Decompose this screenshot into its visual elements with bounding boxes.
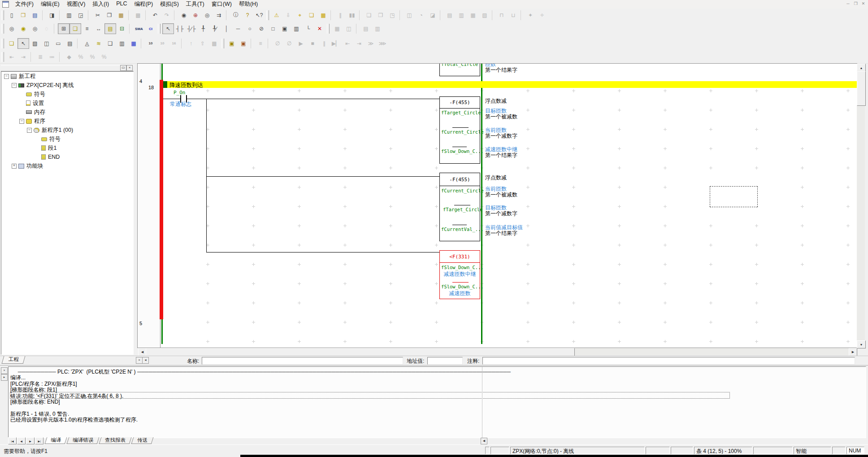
menu-item-program[interactable]: 编程(P) <box>130 0 156 9</box>
restore-button[interactable]: ❒ <box>853 1 859 7</box>
go-to-output-button[interactable]: ▩ <box>208 38 220 49</box>
log-line[interactable]: 编译... <box>10 374 729 380</box>
undo-button[interactable]: ↶ <box>149 10 161 21</box>
collapse-icon[interactable]: − <box>19 119 24 124</box>
io-comment-button[interactable]: ❑ <box>104 38 116 49</box>
view-cross-reference-button[interactable]: ▥ <box>116 38 128 49</box>
step-run-button[interactable]: ▶▏ <box>330 38 342 49</box>
tree-item-project[interactable]: −新工程 <box>1 72 133 81</box>
new-inverted-instruction-button[interactable]: ▣ <box>279 23 291 34</box>
edit-fb-button[interactable]: ≡ <box>255 38 266 49</box>
compile-program-check-button[interactable]: ⚠ <box>271 10 282 21</box>
menu-item-simulation[interactable]: 模拟(S) <box>156 0 182 9</box>
open-project-button[interactable]: ❒ <box>17 10 29 21</box>
indent-right-button[interactable]: ⇥ <box>17 52 29 62</box>
tree-item-section1[interactable]: 段1 <box>1 144 133 152</box>
fb-generate-button[interactable]: ◬ <box>81 38 93 49</box>
new-or-closed-contact-button[interactable]: ╀∕ <box>209 23 221 34</box>
instruction-mnemonic[interactable]: <F(331) <box>440 251 480 263</box>
tab-find-report[interactable]: 查找报表 <box>99 437 132 444</box>
tree-item-settings[interactable]: 设置 <box>1 99 133 108</box>
output-close-button[interactable]: × <box>1 367 8 374</box>
print-button[interactable]: ▥ <box>63 10 75 21</box>
tab-transfer[interactable]: 传送 <box>131 437 154 444</box>
instruction-block-error[interactable]: <F(331) fSlow_Down_C... 减速匝数中继 fSlow_Dow… <box>439 250 480 299</box>
go-to-rung-button[interactable]: ↑ <box>185 38 197 49</box>
indent-left-button[interactable]: ⇤ <box>6 52 17 62</box>
monitor-percent-3-button[interactable]: % <box>98 52 110 62</box>
smart-input-button[interactable]: SMA <box>133 23 145 34</box>
toolbar-handle[interactable] <box>1 10 4 20</box>
new-or-contact-button[interactable]: ╀ <box>197 23 209 34</box>
find-in-project-button[interactable]: ◨ <box>46 10 58 21</box>
statement-list-toggle-button[interactable]: ≡ <box>81 23 93 34</box>
tab-scroll-first-button[interactable]: |◀ <box>8 437 17 444</box>
toolbar-handle[interactable] <box>327 24 330 34</box>
transfer-to-plc-button[interactable]: ⇩ <box>282 10 294 21</box>
select-tool-button[interactable]: ↖ <box>162 23 174 34</box>
pause-button[interactable]: ∥ <box>318 38 330 49</box>
transfer-program-button[interactable]: ❏ <box>363 10 375 21</box>
replace-button[interactable]: ⊕ <box>190 10 201 21</box>
properties-button[interactable]: ▤ <box>64 38 76 49</box>
pause-all-button[interactable]: ▮▮ <box>346 10 358 21</box>
menu-item-file[interactable]: 文件(F) <box>12 0 37 9</box>
watch-window-button[interactable]: ▤ <box>360 23 372 34</box>
minimize-button[interactable]: ─ <box>845 1 851 7</box>
rung-gutter-previous[interactable] <box>138 64 161 78</box>
hscroll-thumb[interactable] <box>146 348 575 356</box>
menu-item-view[interactable]: 视图(V) <box>63 0 89 9</box>
tree-item-function-blocks[interactable]: +功能块 <box>1 161 133 170</box>
view-address-reference-button[interactable]: ▦ <box>128 38 139 49</box>
monitor-percent-1-button[interactable]: % <box>75 52 87 62</box>
monitor-clock-button[interactable]: ◔ <box>415 10 427 21</box>
operand-cell[interactable]: fSlow_Down_C... <box>441 284 484 289</box>
toolbar-handle[interactable] <box>221 39 224 48</box>
menu-item-window[interactable]: 窗口(W) <box>208 0 235 9</box>
split-window-button[interactable]: ▭ <box>52 38 64 49</box>
panel-dock-button[interactable]: ▭ <box>120 65 126 71</box>
operand-cell[interactable]: fCurrent_Circle <box>441 188 484 193</box>
log-line[interactable]: ────────── PLC: 'ZPX' (PLC机型 'CP2E N' ) … <box>10 368 729 374</box>
differential-trace-button[interactable]: ⊓ <box>496 10 508 21</box>
toolbar-handle[interactable] <box>1 24 4 34</box>
force-set-button[interactable]: ✦ <box>525 10 536 21</box>
operand-cell[interactable]: fSlow_Down_C... <box>441 265 484 270</box>
menu-item-help[interactable]: 帮助(H) <box>235 0 261 9</box>
release-protection-button[interactable]: ▣ <box>238 38 249 49</box>
new-coil-button[interactable]: ○ <box>244 23 256 34</box>
copy-button[interactable]: ❐ <box>104 10 115 21</box>
comment-field[interactable] <box>482 357 855 365</box>
new-instruction-button[interactable]: □ <box>267 23 279 34</box>
new-vertical-line-button[interactable]: │ <box>221 23 232 34</box>
toolbar-handle[interactable] <box>158 24 161 34</box>
force-release-button[interactable]: ✧ <box>536 10 548 21</box>
differential-monitor-button[interactable]: ◆ <box>63 52 75 62</box>
operand-bar-close-button[interactable]: × <box>136 357 143 364</box>
name-field[interactable] <box>202 357 403 365</box>
context-help-button[interactable]: ↖? <box>253 10 265 21</box>
zoom-out-button[interactable]: ◌ <box>41 23 52 34</box>
io-multipoint-4-button[interactable]: ▧ <box>479 10 490 21</box>
log-line[interactable]: 已经用设置到单元版本1.0的程序检查选项检测了程序. <box>10 416 729 422</box>
new-fb-invocation-button[interactable]: ▥ <box>291 23 302 34</box>
project-tab[interactable]: 工程 <box>2 356 26 364</box>
new-closed-coil-button[interactable]: ⊘ <box>256 23 267 34</box>
connect-line-button[interactable]: └ <box>302 23 314 34</box>
operand-cell[interactable]: fTarget_Circle <box>443 207 483 212</box>
symbol-bar-toggle-button[interactable]: ▤ <box>104 23 116 34</box>
instruction-mnemonic[interactable]: -F(455) <box>440 97 480 109</box>
rung-gutter-4[interactable] <box>138 77 161 320</box>
format-hex-button[interactable]: 16 <box>168 38 180 49</box>
monitor-data-button[interactable]: ◪ <box>427 10 438 21</box>
step-out-button[interactable]: ⇥ <box>353 38 365 49</box>
new-project-button[interactable]: ▯ <box>6 10 17 21</box>
cross-reference-button[interactable]: ▥ <box>372 23 383 34</box>
statement-list-2-button[interactable]: ≔ <box>46 52 58 62</box>
tree-item-program-symbols[interactable]: 符号 <box>1 135 133 144</box>
step-in-button[interactable]: ⇤ <box>342 38 353 49</box>
address-reference-button[interactable]: ⇉ <box>213 10 225 21</box>
new-closed-contact-button[interactable]: ┤∕├ <box>186 23 197 34</box>
toolbar-handle[interactable] <box>1 39 4 48</box>
tree-item-end[interactable]: END <box>1 152 133 161</box>
